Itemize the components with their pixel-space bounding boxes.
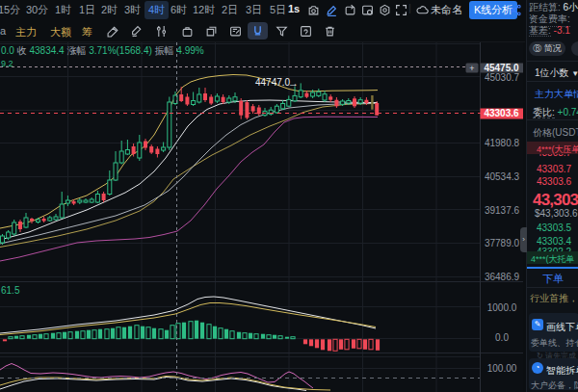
- svg-text:40534.3: 40534.3: [485, 171, 520, 182]
- svg-text:45475.0: 45475.0: [484, 63, 519, 73]
- svg-text:45030.7: 45030.7: [485, 72, 520, 83]
- svg-text:43303.6: 43303.6: [484, 108, 519, 118]
- svg-text:100.00: 100.00: [487, 363, 517, 374]
- svg-text:36486.9: 36486.9: [485, 272, 520, 282]
- svg-text:1000.0: 1000.0: [487, 302, 517, 313]
- svg-text:41980.8: 41980.8: [485, 138, 520, 148]
- svg-text:39137.6: 39137.6: [485, 205, 520, 216]
- svg-text:9.2: 9.2: [1, 59, 13, 68]
- svg-text:44747.0: 44747.0: [255, 77, 291, 88]
- svg-text:61.5: 61.5: [1, 285, 20, 296]
- svg-text:+: +: [469, 64, 474, 73]
- svg-text:0.0: 0.0: [495, 332, 509, 343]
- svg-text:37789.0: 37789.0: [485, 238, 520, 248]
- svg-text:→: →: [288, 77, 299, 89]
